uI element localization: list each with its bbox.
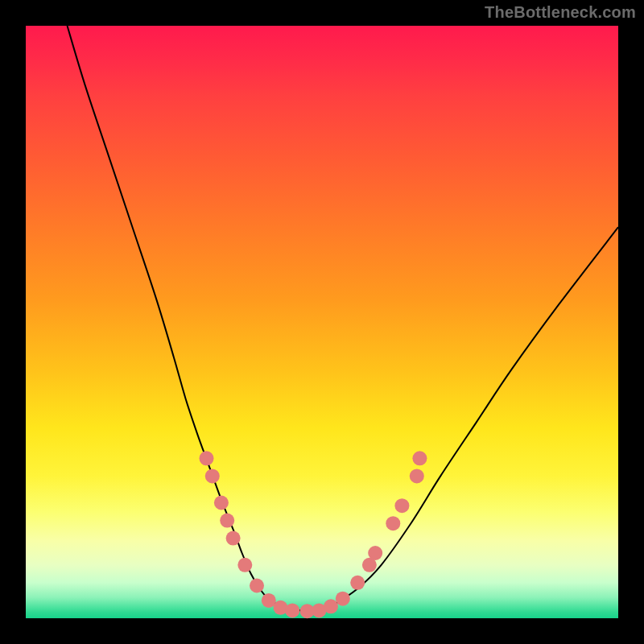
highlight-dot [336, 592, 350, 606]
highlight-dot [386, 516, 400, 530]
plot-area [26, 26, 618, 618]
highlight-dot [410, 469, 424, 483]
highlight-dot [368, 546, 382, 560]
highlight-dot [412, 451, 427, 465]
highlight-dot [214, 496, 229, 510]
highlight-dot [250, 579, 264, 593]
highlighted-points-group [200, 451, 427, 618]
highlight-dot [285, 603, 299, 617]
highlight-dot [350, 576, 365, 590]
highlight-dot [394, 498, 409, 513]
highlight-dot [237, 558, 252, 572]
chart-overlay-svg [26, 26, 618, 618]
watermark-text: TheBottleneck.com [485, 3, 636, 22]
highlight-dot [205, 469, 220, 483]
chart-frame: TheBottleneck.com [0, 0, 644, 644]
bottleneck-curve [68, 26, 618, 611]
highlight-dot [226, 531, 241, 546]
highlight-dot [220, 514, 234, 528]
highlight-dot [324, 599, 338, 613]
highlight-dot [200, 451, 214, 465]
